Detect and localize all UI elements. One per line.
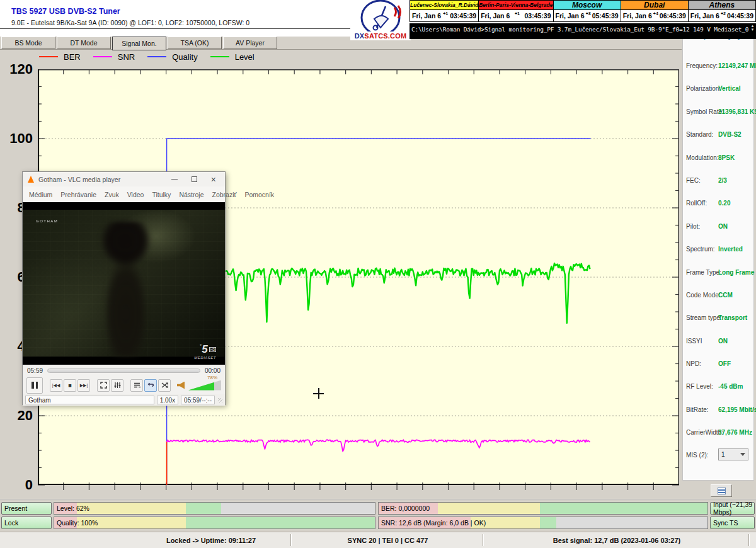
transponder-row-label: FEC:: [686, 177, 701, 184]
transponder-row-value: 12149,247 MHz: [718, 62, 756, 69]
volume-icon[interactable]: [177, 382, 185, 389]
seek-slider[interactable]: [47, 368, 200, 373]
speed-field[interactable]: 1.00x: [157, 396, 178, 404]
terminal-window[interactable]: C:\Users\Roman Dávid>Signal monitoring_P…: [410, 23, 756, 39]
transponder-row-label: RF Level:: [686, 383, 713, 390]
meter-label: Level: 62%: [57, 503, 89, 514]
playlist-icon: [134, 382, 140, 389]
now-playing-field[interactable]: Gotham: [25, 396, 154, 404]
time-display-field[interactable]: 05:59/--:--: [181, 396, 215, 404]
shuffle-icon: [161, 382, 168, 389]
meter-label: Quality: 100%: [57, 517, 98, 528]
shuffle-button[interactable]: [158, 379, 171, 392]
transponder-row: BitRate:62,195 Mbit/s: [683, 400, 753, 423]
transponder-row: RF Level:-45 dBm: [683, 377, 753, 399]
loop-button[interactable]: [144, 379, 157, 392]
volume-percent: 78%: [207, 375, 217, 380]
vlc-window[interactable]: Gotham - VLC media player × MédiumPrehrá…: [22, 171, 226, 405]
clock-city-label: Athens: [689, 1, 755, 10]
transponder-row-value: Transport: [718, 314, 747, 321]
legend-label: BER: [64, 52, 81, 62]
status-divider: [483, 534, 484, 546]
vlc-video-area[interactable]: GOTHAM °5HD MEDIASET: [23, 202, 225, 365]
terminal-prompt[interactable]: C:\Users\Roman Dávid>Signal monitoring_P…: [410, 23, 749, 39]
transponder-row: CarrierWidth:37,676 MHz: [683, 423, 753, 445]
transponder-row-label: Polarization:: [686, 85, 721, 92]
vlc-menu-m-dium[interactable]: Médium: [29, 191, 52, 198]
app-subtitle: 9.0E - Eutelsat 9B/Ka-Sat 9A (ID: 0090) …: [11, 19, 249, 26]
lock-badge: Lock: [1, 517, 52, 529]
meter-zone: [540, 517, 556, 528]
vlc-menu-pomocn-k[interactable]: Pomocník: [244, 191, 274, 198]
app-title: TBS 5927 USB DVB-S2 Tuner: [11, 7, 120, 16]
maximize-button[interactable]: [192, 176, 197, 182]
previous-button[interactable]: |◀◀: [50, 379, 62, 392]
tab-bs-mode[interactable]: BS Mode: [1, 37, 55, 49]
vlc-menu-prehr-vanie[interactable]: Prehrávanie: [60, 191, 96, 198]
clock-city-label: Moscow: [554, 1, 621, 10]
legend-label: Level: [235, 52, 255, 62]
video-figure: [89, 222, 163, 357]
tab-tsa-ok-[interactable]: TSA (OK): [168, 37, 222, 49]
scroll-down-icon[interactable]: ▼: [751, 28, 755, 31]
close-button[interactable]: ×: [211, 176, 216, 183]
meter-label: BER: 0,0000000: [381, 503, 430, 514]
transponder-list-button[interactable]: [711, 484, 732, 497]
world-clocks: Lučenec-Slovakia_R.DávidFri, Jan 6+103:4…: [410, 0, 756, 22]
transponder-row-value: 31396,831 KS/s: [718, 108, 756, 115]
header-divider: [0, 28, 358, 29]
channel-bug: °5HD MEDIASET: [194, 343, 216, 360]
pause-button[interactable]: [26, 377, 43, 394]
transponder-row: ISSYION: [683, 331, 753, 354]
resize-grip[interactable]: [218, 398, 222, 402]
video-overlay-title: GOTHAM: [36, 219, 58, 223]
transponder-row-value: 2/3: [718, 177, 727, 184]
vlc-menu-video[interactable]: Video: [127, 191, 144, 198]
mis-row: MIS (2): 1: [683, 447, 753, 465]
vlc-menu-zobrazi-[interactable]: Zobraziť: [212, 191, 236, 198]
transponder-row: Pilot:ON: [683, 217, 753, 239]
input-badge: Input (~21,39 Mbps): [710, 502, 755, 515]
legend-line-swatch: [93, 56, 112, 57]
tab-dt-mode[interactable]: DT Mode: [57, 37, 111, 49]
vlc-titlebar[interactable]: Gotham - VLC media player ×: [23, 172, 225, 186]
transponder-row: Standard:DVB-S2: [683, 125, 753, 147]
status-divider: [290, 534, 292, 546]
stop-button[interactable]: ■: [64, 379, 76, 392]
vlc-menu-titulky[interactable]: Titulky: [152, 191, 171, 198]
fullscreen-button[interactable]: [97, 379, 110, 392]
tab-av-player[interactable]: AV Player: [223, 37, 277, 49]
transponder-row: Code Mode:CCM: [683, 285, 753, 308]
tab-signal-mon-[interactable]: Signal Mon.: [112, 37, 166, 50]
transponder-row-value: ON: [718, 338, 728, 345]
clock-time: Fri, Jan 6+204:45:39: [689, 10, 755, 21]
level-meter: Level: 62%: [54, 502, 375, 515]
chevron-down-icon: [740, 453, 745, 456]
playlist-button[interactable]: [130, 379, 143, 392]
world-clock: DubaiFri, Jan 6+406:45:39: [621, 0, 689, 22]
y-axis-tick-label: 100: [3, 132, 33, 146]
meter-zone: [186, 517, 375, 528]
crosshair-cursor: [313, 388, 324, 399]
legend-item: BER: [39, 52, 81, 62]
time-total: 00:00: [205, 367, 220, 374]
meter-label: SNR: 12,6 dB (Margin: 6,0 dB | OK): [381, 517, 486, 528]
mis-label: MIS (2):: [686, 452, 709, 459]
satellite-dish-icon: [350, 0, 411, 31]
world-clock: AthensFri, Jan 6+204:45:39: [689, 0, 756, 22]
transponder-row: Frequency:12149,247 MHz: [683, 56, 753, 79]
volume-slider[interactable]: 78%: [188, 380, 221, 391]
transponder-row: RollOff:0.20: [683, 193, 753, 216]
vlc-menu-n-stroje[interactable]: Nástroje: [179, 191, 203, 198]
terminal-scrollbar[interactable]: ▲ ▼: [749, 23, 756, 39]
world-clock: MoscowFri, Jan 6+305:45:39: [554, 0, 621, 22]
transponder-rows: Frequency:12149,247 MHzPolarization:Vert…: [683, 56, 753, 446]
transponder-row-label: Modulation:: [686, 154, 719, 161]
vlc-menu-zvuk[interactable]: Zvuk: [105, 191, 119, 198]
minimize-button[interactable]: [171, 179, 178, 180]
vlc-window-title: Gotham - VLC media player: [38, 176, 171, 183]
transponder-row-label: RollOff:: [686, 200, 707, 207]
mis-select[interactable]: 1: [718, 448, 748, 460]
adjustments-button[interactable]: [111, 379, 123, 392]
next-button[interactable]: ▶▶|: [77, 379, 90, 392]
